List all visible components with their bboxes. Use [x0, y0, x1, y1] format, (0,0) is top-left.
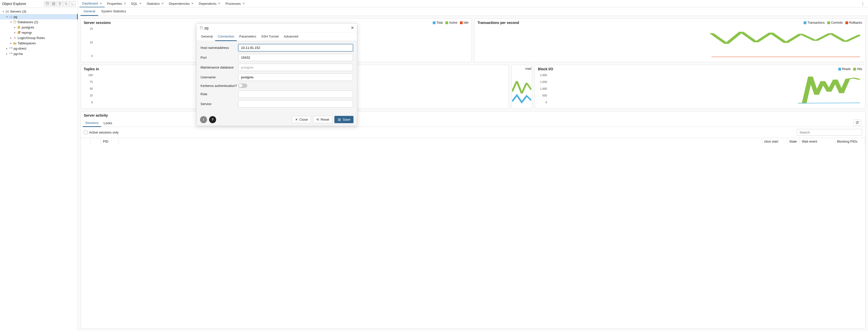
chevron-right-icon[interactable]: ▸: [9, 42, 12, 45]
chart-block-io: Block I/O Reads Hits 2,000 1,500 1,000 5…: [535, 65, 866, 109]
maintenance-db-input[interactable]: [238, 64, 353, 71]
tab-processes[interactable]: Processes✕: [223, 0, 247, 7]
servers-icon: [5, 10, 9, 13]
tab-dependents[interactable]: Dependents✕: [196, 0, 223, 7]
reset-button[interactable]: ⟲Reset: [313, 116, 332, 123]
kebab-menu-icon[interactable]: ⋮: [859, 1, 867, 6]
chevron-right-icon[interactable]: ▸: [13, 31, 17, 34]
chart-tuples-out: rned: [511, 65, 532, 109]
host-input[interactable]: [238, 44, 353, 51]
search-input[interactable]: [797, 129, 862, 136]
svg-rect-6: [6, 10, 9, 11]
sa-tab-sessions[interactable]: Sessions: [83, 119, 101, 127]
close-button[interactable]: ✕Close: [292, 116, 311, 123]
database-icon: [199, 26, 203, 30]
close-icon[interactable]: ✕: [242, 2, 245, 5]
tab-statistics[interactable]: Statistics✕: [144, 0, 166, 7]
role-input[interactable]: [238, 90, 353, 98]
sessions-table: PID ction start State Wait event Blockin…: [81, 138, 865, 145]
tree-server-pg-direct[interactable]: ▸ pg-direct: [0, 46, 78, 51]
tree-server-pg-ha[interactable]: ▸ pg=ha: [0, 51, 78, 56]
help-icon[interactable]: ?: [209, 116, 216, 123]
tab-sql[interactable]: SQL✕: [129, 0, 144, 7]
modal-tab-ssh-tunnel[interactable]: SSH Tunnel: [259, 32, 281, 41]
chevron-down-icon[interactable]: ▾: [5, 16, 8, 18]
chevron-down-icon[interactable]: ▾: [9, 21, 12, 23]
close-icon: ✕: [295, 118, 298, 121]
tree-tablespaces[interactable]: ▸ Tablespaces: [0, 40, 78, 46]
main-tab-bar: Dashboard✕ Properties✕ SQL✕ Statistics✕ …: [78, 0, 868, 7]
svg-point-8: [14, 20, 16, 21]
tree-login-roles[interactable]: ▸ Login/Group Roles: [0, 35, 78, 40]
object-tree: ▾ Servers (3) ▾ pg ▾ Databases (2) ▸ pos…: [0, 8, 78, 331]
toolbar-filter-icon[interactable]: [57, 1, 63, 6]
close-icon[interactable]: ✕: [218, 2, 220, 5]
close-icon[interactable]: ✕: [124, 2, 126, 5]
close-icon[interactable]: ✕: [191, 2, 194, 5]
save-icon: [338, 118, 341, 121]
tree-server-pg[interactable]: ▾ pg: [0, 14, 78, 19]
dashboard-sub-tabs: General System Statistics: [78, 7, 868, 16]
database-icon: [12, 20, 17, 24]
svg-point-0: [46, 2, 49, 3]
object-explorer-panel: Object Explorer ▾ Servers (3) ▾ pg ▾: [0, 0, 78, 331]
object-explorer-title: Object Explorer: [2, 2, 44, 6]
modal-tab-parameters[interactable]: Parameters: [237, 32, 259, 41]
chevron-right-icon[interactable]: ▸: [5, 47, 8, 50]
svg-point-11: [19, 31, 20, 32]
dialog-title: pg: [205, 26, 209, 30]
active-sessions-checkbox[interactable]: [84, 131, 88, 134]
svg-line-5: [67, 4, 68, 5]
toolbar-db-icon[interactable]: [44, 1, 51, 6]
modal-tab-advanced[interactable]: Advanced: [281, 32, 301, 41]
tree-db-repmgr[interactable]: ▸ repmgr: [0, 30, 78, 35]
toolbar-terminal-icon[interactable]: [69, 1, 76, 6]
tree-db-postgres[interactable]: ▸ postgres: [0, 25, 78, 30]
tab-properties[interactable]: Properties✕: [105, 0, 129, 7]
roles-icon: [12, 36, 17, 40]
modal-tab-connection[interactable]: Connection: [215, 32, 237, 41]
server-activity-panel: Server activity Sessions Locks Active se…: [81, 111, 866, 329]
folder-icon: [12, 42, 17, 45]
server-disconnected-icon: [8, 47, 13, 50]
svg-rect-7: [6, 11, 9, 12]
tree-databases[interactable]: ▾ Databases (2): [0, 19, 78, 25]
username-input[interactable]: [238, 74, 353, 81]
svg-point-16: [200, 26, 203, 27]
toolbar-search-icon[interactable]: [63, 1, 69, 6]
port-input[interactable]: [238, 54, 353, 61]
active-sessions-label: Active sessions only: [89, 131, 119, 134]
close-icon[interactable]: ✕: [161, 2, 164, 5]
save-button[interactable]: Save: [334, 116, 353, 123]
chevron-right-icon[interactable]: ▸: [9, 36, 12, 39]
database-icon: [17, 26, 21, 29]
modal-tab-general[interactable]: General: [198, 32, 215, 41]
tab-dependencies[interactable]: Dependencies✕: [166, 0, 196, 7]
tab-dashboard[interactable]: Dashboard✕: [80, 0, 105, 7]
refresh-button[interactable]: [853, 120, 861, 126]
chevron-down-icon[interactable]: ▾: [1, 10, 5, 13]
database-icon: [17, 31, 21, 34]
info-icon[interactable]: i: [200, 116, 207, 123]
svg-point-13: [15, 37, 16, 38]
server-properties-dialog: pg ✕ General Connection Parameters SSH T…: [196, 23, 357, 126]
toolbar-grid-icon[interactable]: [50, 1, 57, 6]
service-input[interactable]: [238, 100, 353, 108]
chart-tps: Transactions per second Transactions Com…: [474, 18, 866, 62]
close-icon[interactable]: ✕: [100, 2, 102, 5]
close-icon[interactable]: ✕: [139, 2, 142, 5]
kerberos-toggle[interactable]: [238, 83, 247, 88]
svg-point-12: [14, 37, 15, 38]
close-icon[interactable]: ✕: [351, 25, 354, 30]
svg-point-4: [65, 3, 67, 4]
tree-servers[interactable]: ▾ Servers (3): [0, 9, 78, 14]
server-disconnected-icon: [8, 52, 13, 56]
sa-tab-locks[interactable]: Locks: [101, 120, 115, 127]
sub-tab-general[interactable]: General: [81, 7, 98, 16]
elephant-icon: [8, 15, 13, 19]
reset-icon: ⟲: [316, 118, 319, 121]
sub-tab-system-statistics[interactable]: System Statistics: [98, 7, 129, 16]
chevron-right-icon[interactable]: ▸: [13, 26, 17, 29]
chevron-right-icon[interactable]: ▸: [5, 52, 8, 55]
